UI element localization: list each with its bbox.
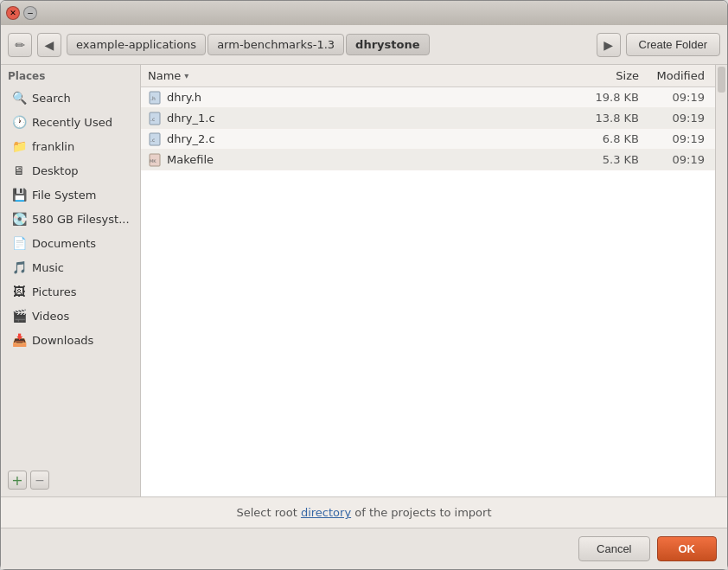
breadcrumb-item-1[interactable]: arm-benchmarks-1.3	[208, 34, 344, 55]
file-icon: .c	[148, 112, 162, 125]
sidebar-section-label: Places	[1, 65, 140, 86]
file-size: 13.8 KB	[570, 112, 639, 125]
sidebar-item-documents-label: Documents	[32, 237, 96, 250]
file-list-body: .h dhry.h 19.8 KB 09:19 .c dhry_1.c 13.8…	[141, 87, 715, 496]
sidebar-item-videos-label: Videos	[32, 310, 69, 323]
sidebar-item-pictures[interactable]: 🖼 Pictures	[4, 280, 137, 303]
recently-used-icon: 🕐	[11, 114, 27, 130]
sidebar: Places 🔍 Search 🕐 Recently Used 📁 frankl…	[1, 65, 141, 496]
minimize-icon: −	[27, 9, 34, 17]
file-icon: .h	[148, 91, 162, 105]
back-button[interactable]: ◀	[37, 33, 61, 57]
downloads-icon: 📥	[11, 332, 27, 348]
table-row[interactable]: .c dhry_2.c 6.8 KB 09:19	[141, 129, 715, 150]
main-content: Places 🔍 Search 🕐 Recently Used 📁 frankl…	[1, 65, 727, 496]
file-modified: 09:19	[639, 91, 708, 104]
sidebar-item-desktop-label: Desktop	[32, 164, 79, 177]
file-name: Makefile	[167, 153, 570, 166]
file-modified: 09:19	[639, 132, 708, 145]
sidebar-item-franklin[interactable]: 📁 franklin	[4, 135, 137, 157]
music-icon: 🎵	[11, 259, 27, 275]
forward-button[interactable]: ▶	[597, 33, 621, 57]
file-size: 19.8 KB	[570, 91, 639, 104]
sidebar-item-franklin-label: franklin	[32, 140, 74, 153]
sidebar-item-search[interactable]: 🔍 Search	[4, 86, 137, 109]
folder-icon: 📁	[11, 138, 27, 154]
documents-icon: 📄	[11, 235, 27, 251]
sidebar-item-580gb-label: 580 GB Filesyst...	[32, 213, 130, 226]
back-icon: ◀	[45, 38, 54, 52]
status-bar: Select root directory of the projects to…	[1, 496, 727, 528]
directory-link[interactable]: directory	[301, 506, 351, 519]
column-size-header[interactable]: Size	[570, 69, 639, 82]
filesystem-icon: 💾	[11, 187, 27, 202]
desktop-icon: 🖥	[11, 163, 27, 178]
cancel-button[interactable]: Cancel	[578, 536, 649, 561]
makefile-icon: MK	[148, 153, 162, 167]
sidebar-item-videos[interactable]: 🎬 Videos	[4, 304, 137, 327]
breadcrumb-item-0[interactable]: example-applications	[67, 34, 206, 55]
sidebar-item-search-label: Search	[32, 92, 71, 105]
videos-icon: 🎬	[11, 308, 27, 323]
column-name-header[interactable]: Name ▾	[148, 69, 570, 82]
file-name: dhry_1.c	[167, 112, 570, 125]
sidebar-item-580gb[interactable]: 💽 580 GB Filesyst...	[4, 208, 137, 230]
table-row[interactable]: MK Makefile 5.3 KB 09:19	[141, 150, 715, 170]
sidebar-item-desktop[interactable]: 🖥 Desktop	[4, 159, 137, 182]
ok-button[interactable]: OK	[657, 536, 718, 561]
sidebar-item-downloads[interactable]: 📥 Downloads	[4, 329, 137, 351]
status-text: Select root directory of the projects to…	[236, 506, 491, 519]
sidebar-item-recently-used[interactable]: 🕐 Recently Used	[4, 111, 137, 133]
button-bar: Cancel OK	[1, 528, 727, 569]
pictures-icon: 🖼	[11, 284, 27, 299]
svg-text:.c: .c	[150, 116, 155, 122]
table-row[interactable]: .c dhry_1.c 13.8 KB 09:19	[141, 108, 715, 129]
sidebar-item-pictures-label: Pictures	[32, 285, 76, 298]
file-modified: 09:19	[639, 112, 708, 125]
sidebar-item-filesystem[interactable]: 💾 File System	[4, 183, 137, 206]
svg-text:.h: .h	[150, 95, 156, 101]
scrollbar[interactable]	[715, 65, 727, 496]
file-icon: .c	[148, 132, 162, 146]
sidebar-item-music-label: Music	[32, 261, 64, 274]
edit-button[interactable]: ✏	[8, 33, 32, 57]
sidebar-bottom: + −	[1, 464, 140, 496]
file-modified: 09:19	[639, 153, 708, 166]
file-name: dhry_2.c	[167, 132, 570, 145]
sidebar-item-documents[interactable]: 📄 Documents	[4, 232, 137, 254]
toolbar-right: ▶ Create Folder	[597, 33, 720, 57]
breadcrumb-item-2[interactable]: dhrystone	[346, 34, 429, 55]
minimize-button[interactable]: −	[23, 6, 37, 20]
add-bookmark-button[interactable]: +	[8, 471, 27, 490]
sidebar-item-recently-used-label: Recently Used	[32, 116, 112, 129]
file-name: dhry.h	[167, 91, 570, 104]
breadcrumb: example-applications arm-benchmarks-1.3 …	[67, 34, 591, 55]
close-button[interactable]: ✕	[6, 6, 20, 20]
drive-icon: 💽	[11, 211, 27, 227]
file-area: Name ▾ Size Modified .h dhry.h 19.8 KB 0…	[141, 65, 715, 496]
create-folder-button[interactable]: Create Folder	[626, 33, 720, 56]
forward-icon: ▶	[603, 38, 613, 52]
sort-arrow-icon: ▾	[184, 71, 188, 80]
remove-bookmark-button[interactable]: −	[30, 471, 49, 490]
sidebar-item-downloads-label: Downloads	[32, 334, 93, 347]
close-icon: ✕	[10, 9, 16, 17]
titlebar: ✕ −	[1, 1, 727, 25]
file-list-header: Name ▾ Size Modified	[141, 65, 715, 87]
sidebar-item-music[interactable]: 🎵 Music	[4, 256, 137, 279]
column-name-label: Name	[148, 69, 181, 82]
search-icon: 🔍	[11, 90, 27, 106]
file-chooser-dialog: ✕ − ✏ ◀ example-applications arm-benchma…	[0, 0, 728, 570]
edit-icon: ✏	[15, 38, 25, 52]
file-size: 6.8 KB	[570, 132, 639, 145]
svg-text:.c: .c	[150, 137, 155, 143]
table-row[interactable]: .h dhry.h 19.8 KB 09:19	[141, 87, 715, 108]
svg-text:MK: MK	[150, 158, 156, 163]
column-modified-header[interactable]: Modified	[639, 69, 708, 82]
toolbar: ✏ ◀ example-applications arm-benchmarks-…	[1, 25, 727, 65]
sidebar-item-filesystem-label: File System	[32, 189, 96, 202]
file-size: 5.3 KB	[570, 153, 639, 166]
